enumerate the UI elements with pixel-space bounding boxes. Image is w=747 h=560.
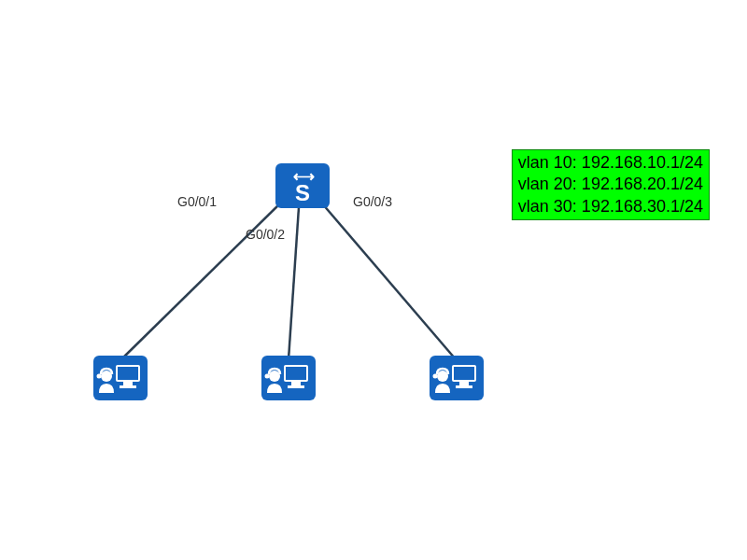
- topology-links: [0, 0, 747, 560]
- workstation-icon: [430, 356, 484, 400]
- svg-point-5: [97, 374, 102, 379]
- workstation-icon: [261, 356, 316, 400]
- svg-rect-1: [118, 367, 138, 380]
- svg-point-10: [269, 371, 280, 382]
- port-label-1: G0/0/1: [177, 194, 217, 209]
- workstation-icon: [93, 356, 148, 400]
- svg-rect-7: [286, 367, 306, 380]
- svg-rect-15: [456, 385, 472, 388]
- pc-node-2[interactable]: [261, 356, 316, 400]
- svg-point-17: [433, 374, 438, 379]
- svg-rect-8: [291, 382, 301, 385]
- link-2: [289, 207, 299, 359]
- svg-rect-13: [454, 367, 474, 380]
- svg-rect-9: [288, 385, 304, 388]
- svg-rect-2: [123, 382, 133, 385]
- svg-rect-14: [459, 382, 469, 385]
- port-label-3: G0/0/3: [353, 194, 392, 209]
- vlan-info-box: vlan 10: 192.168.10.1/24 vlan 20: 192.16…: [512, 149, 710, 220]
- port-label-2: G0/0/2: [246, 227, 285, 242]
- switch-node[interactable]: ⟷ S: [275, 163, 330, 208]
- pc-node-1[interactable]: [93, 356, 148, 400]
- vlan-line-3: vlan 30: 192.168.30.1/24: [518, 196, 703, 217]
- link-3: [322, 203, 456, 359]
- vlan-line-1: vlan 10: 192.168.10.1/24: [518, 152, 703, 174]
- svg-point-11: [265, 374, 270, 379]
- svg-point-4: [101, 371, 112, 382]
- svg-rect-3: [120, 385, 136, 388]
- svg-point-16: [437, 371, 448, 382]
- vlan-line-2: vlan 20: 192.168.20.1/24: [518, 174, 703, 195]
- pc-node-3[interactable]: [430, 356, 484, 400]
- switch-label: S: [295, 180, 310, 206]
